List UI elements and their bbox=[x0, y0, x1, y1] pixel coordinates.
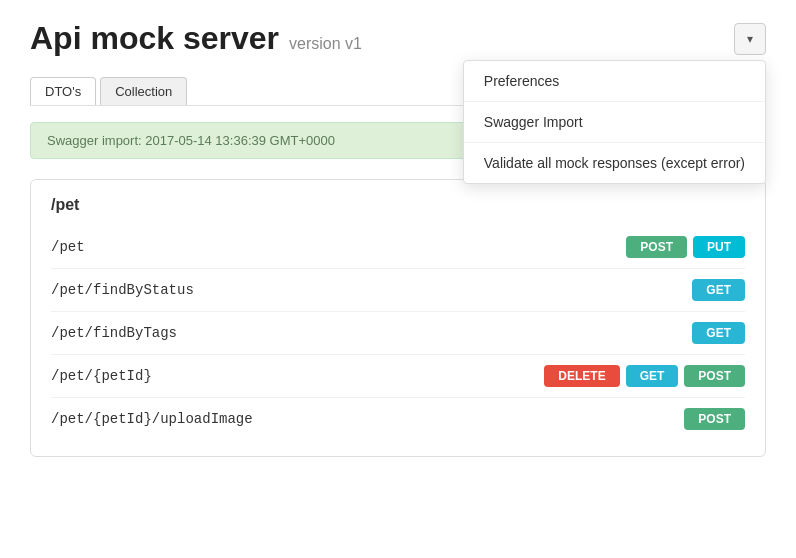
header: Api mock server version v1 ▾ bbox=[30, 20, 766, 57]
endpoints-container: /petPOSTPUT/pet/findByStatusGET/pet/find… bbox=[51, 226, 745, 440]
method-button-post[interactable]: POST bbox=[684, 365, 745, 387]
btn-group: GET bbox=[692, 322, 745, 344]
menu-button[interactable]: ▾ bbox=[734, 23, 766, 55]
method-button-delete[interactable]: DELETE bbox=[544, 365, 619, 387]
endpoint-path: /pet/{petId}/uploadImage bbox=[51, 411, 253, 427]
endpoint-row: /pet/findByStatusGET bbox=[51, 269, 745, 312]
endpoint-row: /pet/findByTagsGET bbox=[51, 312, 745, 355]
endpoint-path: /pet bbox=[51, 239, 85, 255]
tab-collection[interactable]: Collection bbox=[100, 77, 187, 105]
dropdown-item[interactable]: Swagger Import bbox=[464, 102, 765, 143]
endpoint-path: /pet/{petId} bbox=[51, 368, 152, 384]
dropdown-item[interactable]: Preferences bbox=[464, 61, 765, 102]
header-left: Api mock server version v1 bbox=[30, 20, 362, 57]
section-title: /pet bbox=[51, 196, 745, 214]
tab-dtos[interactable]: DTO's bbox=[30, 77, 96, 105]
method-button-post[interactable]: POST bbox=[626, 236, 687, 258]
btn-group: DELETEGETPOST bbox=[544, 365, 745, 387]
method-button-get[interactable]: GET bbox=[626, 365, 679, 387]
section-card: /pet /petPOSTPUT/pet/findByStatusGET/pet… bbox=[30, 179, 766, 457]
endpoint-row: /pet/{petId}/uploadImagePOST bbox=[51, 398, 745, 440]
app-version: version v1 bbox=[289, 35, 362, 53]
btn-group: POST bbox=[684, 408, 745, 430]
method-button-post[interactable]: POST bbox=[684, 408, 745, 430]
page: Api mock server version v1 ▾ DTO's Colle… bbox=[0, 0, 796, 558]
endpoint-row: /petPOSTPUT bbox=[51, 226, 745, 269]
endpoint-row: /pet/{petId}DELETEGETPOST bbox=[51, 355, 745, 398]
dropdown-menu: PreferencesSwagger ImportValidate all mo… bbox=[463, 60, 766, 184]
btn-group: GET bbox=[692, 279, 745, 301]
dropdown-item[interactable]: Validate all mock responses (except erro… bbox=[464, 143, 765, 183]
endpoint-path: /pet/findByTags bbox=[51, 325, 177, 341]
method-button-put[interactable]: PUT bbox=[693, 236, 745, 258]
chevron-down-icon: ▾ bbox=[747, 32, 753, 46]
app-title: Api mock server bbox=[30, 20, 279, 57]
method-button-get[interactable]: GET bbox=[692, 322, 745, 344]
endpoint-path: /pet/findByStatus bbox=[51, 282, 194, 298]
method-button-get[interactable]: GET bbox=[692, 279, 745, 301]
btn-group: POSTPUT bbox=[626, 236, 745, 258]
